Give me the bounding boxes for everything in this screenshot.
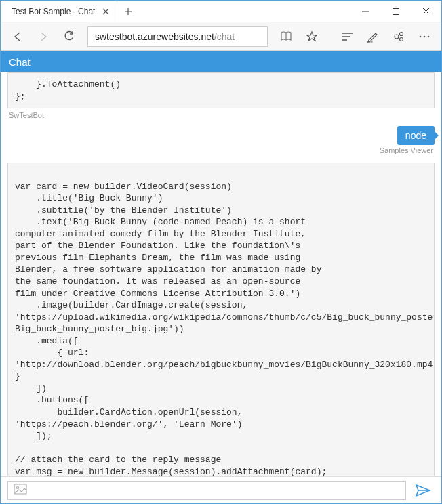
reading-view-icon[interactable] (275, 25, 298, 48)
browser-tab-active[interactable]: Test Bot Sample - Chat (3, 1, 117, 22)
back-button[interactable] (6, 25, 29, 48)
refresh-button[interactable] (58, 25, 81, 48)
tab-title: Test Bot Sample - Chat (12, 7, 95, 16)
bot-message: var card = new builder.VideoCard(session… (7, 163, 435, 476)
maximize-button[interactable] (380, 1, 411, 22)
chat-header: Chat (1, 51, 441, 72)
user-sender-label: Samples Viewer (7, 146, 433, 154)
svg-point-8 (17, 487, 19, 489)
svg-point-5 (424, 35, 426, 37)
chat-title: Chat (9, 56, 31, 68)
minimize-button[interactable] (350, 1, 380, 22)
forward-button[interactable] (32, 25, 55, 48)
bot-message: }.ToAttachment() }; SwTestBot (7, 72, 435, 119)
svg-point-2 (400, 32, 403, 35)
svg-rect-0 (393, 8, 399, 14)
message-input[interactable] (7, 481, 406, 500)
url-path: /chat (214, 31, 235, 42)
code-block: }.ToAttachment() }; (7, 72, 435, 108)
more-icon[interactable] (413, 25, 436, 48)
favorite-icon[interactable] (300, 25, 323, 48)
svg-point-1 (395, 35, 399, 39)
user-message-bubble: node (397, 126, 435, 145)
chat-input-bar (1, 476, 441, 503)
window-controls (350, 1, 441, 22)
send-button[interactable] (411, 479, 435, 502)
window-titlebar: Test Bot Sample - Chat (1, 1, 441, 22)
svg-point-3 (400, 37, 403, 41)
attachment-icon[interactable] (14, 484, 27, 497)
share-icon[interactable] (387, 25, 410, 48)
chat-body[interactable]: }.ToAttachment() }; SwTestBot node Sampl… (1, 72, 441, 476)
browser-tabs: Test Bot Sample - Chat (1, 1, 139, 22)
new-tab-button[interactable] (117, 1, 139, 22)
url-domain: swtestbot.azurewebsites.net (95, 31, 214, 42)
svg-point-6 (428, 35, 430, 37)
user-message-row: node (7, 126, 435, 145)
code-block: var card = new builder.VideoCard(session… (7, 163, 435, 476)
hub-icon[interactable] (336, 25, 359, 48)
browser-toolbar: swtestbot.azurewebsites.net/chat (1, 22, 441, 51)
notes-icon[interactable] (361, 25, 384, 48)
close-window-button[interactable] (411, 1, 441, 22)
svg-point-4 (420, 35, 422, 37)
close-tab-icon[interactable] (100, 6, 111, 17)
address-bar[interactable]: swtestbot.azurewebsites.net/chat (87, 26, 268, 47)
sender-label: SwTestBot (9, 111, 435, 119)
